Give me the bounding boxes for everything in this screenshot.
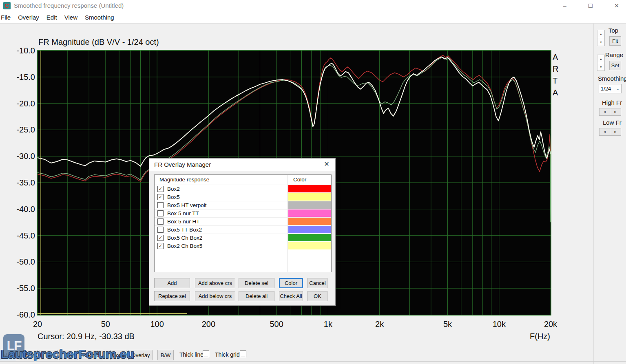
highfr-arrows: ◄ ► (599, 108, 621, 116)
highfr-label: High Fr (602, 99, 622, 106)
add-above-crs-button[interactable]: Add above crs (195, 278, 235, 288)
y-tick-label: -25.0 (0, 125, 35, 135)
x-tick-label: 5k (443, 320, 452, 329)
menu-overlay[interactable]: Overlay (14, 14, 43, 21)
thick-grid-checkbox[interactable] (240, 351, 246, 357)
overlay-row[interactable]: ✓Box2 (155, 185, 331, 193)
overlay-label: Box5 Ch Box2 (167, 235, 202, 241)
row-checkbox[interactable] (157, 227, 164, 233)
cursor-readout: Cursor: 20.9 Hz, -30.33 dB (38, 332, 135, 341)
curve-box5 (38, 57, 551, 166)
row-checkbox[interactable] (157, 202, 164, 208)
row-checkbox[interactable]: ✓ (157, 235, 164, 241)
row-checkbox[interactable]: ✓ (157, 186, 164, 192)
row-checkbox[interactable]: ✓ (157, 243, 164, 249)
overlay-row[interactable]: ✓Box5 Ch Box2 (155, 234, 331, 242)
row-checkbox[interactable]: ✓ (157, 194, 164, 200)
x-tick-label: 10k (493, 320, 506, 329)
replace-sel-button[interactable]: Replace sel (154, 291, 190, 301)
y-tick-label: -15.0 (0, 73, 35, 82)
sidebar-separator (593, 23, 594, 364)
left-arrow-icon[interactable]: ◄ (599, 128, 610, 136)
cancel-button[interactable]: Cancel (307, 278, 327, 288)
smoothing-value: 1/24 (601, 86, 611, 92)
right-arrow-icon[interactable]: ► (610, 108, 621, 116)
thick-grid-label: Thick grid (215, 351, 240, 358)
x-tick-label: 20k (544, 320, 557, 329)
ok-button[interactable]: OK (307, 291, 327, 301)
check-all-button[interactable]: Check All (279, 291, 303, 301)
delete-sel-button[interactable]: Delete sel (239, 278, 274, 288)
overlay-row[interactable]: Box5 HT verpolt (155, 201, 331, 210)
color-swatch[interactable] (288, 210, 331, 217)
watermark-text: LautsprecherForum.eu (1, 347, 134, 361)
color-swatch[interactable] (288, 234, 331, 241)
chevron-down-icon: ⌄ (616, 86, 619, 91)
plot-title: FR Magnitude (dB V/V - 1/24 oct) (38, 38, 159, 47)
color-swatch[interactable] (288, 201, 331, 209)
range-spinner[interactable]: ▲▼ (597, 55, 605, 71)
up-arrow-icon[interactable]: ▲ (597, 30, 604, 38)
menu-bar: FileOverlayEditViewSmoothing (0, 11, 626, 24)
dialog-title-bar[interactable]: FR Overlay Manager ✕ (149, 159, 335, 171)
left-arrow-icon[interactable]: ◄ (599, 108, 610, 116)
overlay-label: Box 5 nur TT (167, 210, 199, 216)
down-arrow-icon[interactable]: ▼ (597, 63, 604, 71)
x-tick-label: 1k (324, 320, 332, 329)
menu-view[interactable]: View (61, 14, 81, 21)
menu-smoothing[interactable]: Smoothing (81, 14, 118, 21)
color-column-header: Color (293, 176, 306, 183)
smoothing-label: Smoothing (598, 75, 626, 82)
overlay-row[interactable]: Box 5 nur HT (155, 217, 331, 226)
maximize-button[interactable]: ☐ (581, 0, 600, 11)
add-below-crs-button[interactable]: Add below crs (195, 291, 235, 301)
right-arrow-icon[interactable]: ► (610, 128, 621, 136)
color-swatch[interactable] (288, 185, 331, 192)
color-swatch[interactable] (288, 193, 331, 201)
up-arrow-icon[interactable]: ▲ (597, 55, 604, 63)
overlay-row[interactable]: ✓Box2 Ch Box5 (155, 242, 331, 250)
row-checkbox[interactable] (157, 218, 164, 225)
y-tick-label: -50.0 (0, 257, 35, 267)
arta-watermark-label: A R T A (553, 51, 558, 99)
menu-edit[interactable]: Edit (43, 14, 61, 21)
close-button[interactable]: ✕ (607, 0, 626, 11)
overlay-list[interactable]: Magnitude response Color ✓Box2✓Box5Box5 … (154, 174, 332, 272)
b-w-button[interactable]: B/W (157, 350, 174, 360)
overlay-label: Box2 Ch Box5 (167, 243, 202, 249)
overlay-label: Box 5 nur HT (167, 218, 200, 225)
row-checkbox[interactable] (157, 210, 164, 216)
x-tick-label: 20 (33, 320, 42, 329)
y-tick-label: -30.0 (0, 152, 35, 161)
smoothing-dropdown[interactable]: 1/24 ⌄ (599, 84, 622, 93)
overlay-row[interactable]: Box 5 nur TT (155, 209, 331, 218)
set-button[interactable]: Set (609, 61, 621, 70)
y-tick-label: -20.0 (0, 99, 35, 108)
y-tick-label: -55.0 (0, 284, 35, 293)
fr-overlay-manager-dialog: FR Overlay Manager ✕ Magnitude response … (149, 158, 336, 306)
overlay-label: Box2 (167, 186, 180, 192)
window-title: Smoothed frequency response (Untitled) (14, 2, 124, 9)
fit-button[interactable]: Fit (609, 36, 621, 46)
x-tick-label: 100 (150, 320, 164, 329)
minimize-button[interactable]: – (555, 0, 574, 11)
y-tick-label: -40.0 (0, 205, 35, 214)
top-spinner[interactable]: ▲▼ (597, 30, 605, 46)
overlay-label: Box5 HT verpolt (167, 202, 207, 208)
add-button[interactable]: Add (154, 278, 190, 288)
color-button[interactable]: Color (279, 278, 303, 288)
delete-all-button[interactable]: Delete all (239, 291, 274, 301)
thick-line-checkbox[interactable] (203, 351, 209, 357)
overlay-row[interactable]: Box5 TT Box2 (155, 225, 331, 234)
y-tick-label: -10.0 (0, 46, 35, 55)
down-arrow-icon[interactable]: ▼ (597, 38, 604, 46)
menu-file[interactable]: File (0, 14, 14, 21)
dialog-close-icon[interactable]: ✕ (322, 160, 331, 168)
dialog-title: FR Overlay Manager (154, 161, 211, 168)
overlay-label: Box5 TT Box2 (167, 227, 202, 233)
overlay-row[interactable]: ✓Box5 (155, 193, 331, 201)
color-swatch[interactable] (288, 242, 331, 249)
color-swatch[interactable] (288, 226, 331, 233)
color-swatch[interactable] (288, 218, 331, 225)
x-tick-label: 2k (375, 320, 384, 329)
